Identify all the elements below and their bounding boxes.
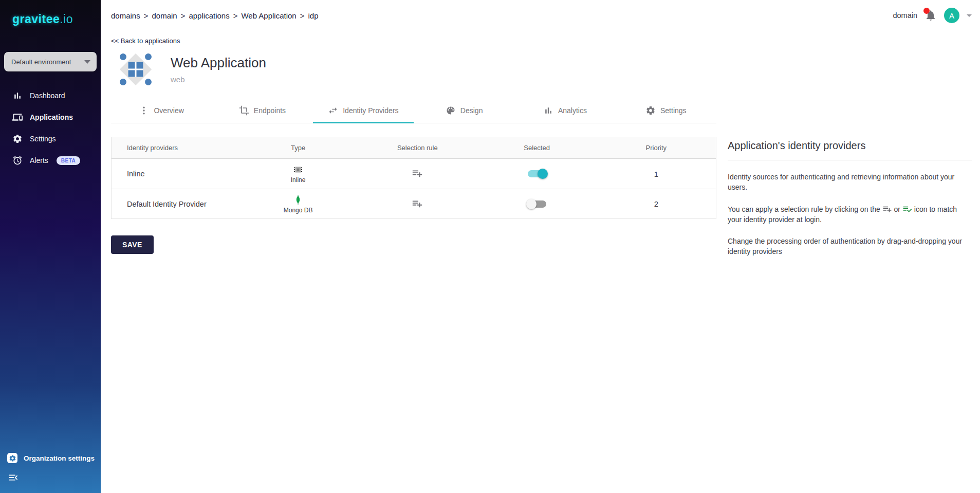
app-titles: Web Application web bbox=[171, 55, 266, 84]
playlist-add-icon bbox=[412, 168, 423, 179]
tab-analytics[interactable]: Analytics bbox=[514, 98, 615, 123]
breadcrumb-separator: > bbox=[181, 11, 186, 20]
column-header-type: Type bbox=[238, 144, 358, 152]
breadcrumb-separator: > bbox=[300, 11, 305, 20]
idp-name: Inline bbox=[112, 170, 238, 178]
sidebar-nav: Dashboard Applications Settings Alerts B… bbox=[0, 85, 101, 171]
help-panel: Application's identity providers Identit… bbox=[728, 137, 972, 268]
breadcrumb-item-web-application[interactable]: Web Application bbox=[241, 11, 296, 20]
breadcrumb-separator: > bbox=[233, 11, 238, 20]
crop-icon bbox=[239, 105, 249, 116]
gravitee-logo[interactable]: gravitee.io bbox=[12, 12, 101, 26]
tab-identity-providers[interactable]: Identity Providers bbox=[313, 98, 414, 123]
sidebar: gravitee.io Default environment Dashboar… bbox=[0, 0, 101, 493]
avatar[interactable]: A bbox=[944, 8, 959, 23]
priority-value: 2 bbox=[597, 199, 716, 208]
breadcrumb: domains > domain > applications > Web Ap… bbox=[111, 11, 319, 20]
breadcrumb-separator: > bbox=[144, 11, 149, 20]
tab-design[interactable]: Design bbox=[414, 98, 514, 123]
page-title: Web Application bbox=[171, 55, 266, 71]
more-vert-icon bbox=[139, 105, 149, 116]
notifications-button[interactable] bbox=[924, 9, 937, 22]
mongodb-leaf-icon bbox=[292, 194, 304, 206]
logo-tld-text: .io bbox=[60, 12, 73, 26]
tab-label: Endpoints bbox=[254, 106, 286, 115]
sidebar-item-organization-settings[interactable]: Organization settings bbox=[0, 448, 101, 468]
priority-value: 1 bbox=[597, 170, 716, 178]
topbar: domains > domain > applications > Web Ap… bbox=[111, 7, 972, 24]
tab-label: Analytics bbox=[558, 106, 587, 115]
bar-chart-icon bbox=[12, 90, 23, 101]
idp-type-label: Mongo DB bbox=[284, 207, 313, 214]
idp-type: Inline bbox=[238, 164, 358, 184]
sidebar-item-applications[interactable]: Applications bbox=[0, 106, 101, 128]
tab-label: Identity Providers bbox=[343, 106, 398, 115]
divider bbox=[728, 160, 972, 160]
swap-arrows-icon bbox=[328, 105, 338, 116]
tab-settings[interactable]: Settings bbox=[616, 98, 716, 123]
alarm-clock-icon bbox=[12, 155, 23, 166]
selection-rule-add-button[interactable] bbox=[411, 168, 423, 180]
memory-chip-icon bbox=[292, 164, 304, 175]
devices-icon bbox=[12, 112, 23, 122]
sidebar-item-label: Applications bbox=[30, 113, 73, 121]
sidebar-item-settings[interactable]: Settings bbox=[0, 128, 101, 150]
selected-toggle[interactable] bbox=[528, 200, 546, 208]
web-application-icon bbox=[118, 52, 153, 87]
menu-collapse-icon bbox=[8, 472, 19, 483]
table-row[interactable]: Inline Inline 1 bbox=[112, 159, 716, 189]
topbar-right: domain A bbox=[893, 8, 972, 23]
tab-label: Settings bbox=[660, 106, 687, 115]
environment-selector-value: Default environment bbox=[11, 58, 71, 66]
notification-dot bbox=[923, 8, 930, 14]
table-header-row: Identity providers Type Selection rule S… bbox=[112, 137, 716, 159]
breadcrumb-item-domains[interactable]: domains bbox=[111, 11, 140, 20]
sidebar-item-dashboard[interactable]: Dashboard bbox=[0, 85, 101, 106]
selection-rule-add-button[interactable] bbox=[411, 198, 423, 210]
table-row[interactable]: Default Identity Provider Mongo DB 2 bbox=[112, 189, 716, 218]
idp-type-label: Inline bbox=[291, 176, 306, 184]
idp-type: Mongo DB bbox=[238, 194, 358, 214]
sidebar-item-label: Settings bbox=[30, 135, 56, 143]
back-to-applications-link[interactable]: << Back to applications bbox=[111, 37, 180, 45]
tab-endpoints[interactable]: Endpoints bbox=[212, 98, 312, 123]
tab-label: Overview bbox=[154, 106, 183, 115]
breadcrumb-item-applications[interactable]: applications bbox=[189, 11, 229, 20]
idp-name: Default Identity Provider bbox=[112, 200, 238, 208]
breadcrumb-item-idp[interactable]: idp bbox=[308, 11, 318, 20]
beta-badge: BETA bbox=[57, 156, 80, 165]
playlist-add-icon bbox=[412, 198, 423, 209]
help-paragraph-3: Change the processing order of authentic… bbox=[728, 236, 972, 257]
bar-chart-icon bbox=[543, 105, 553, 116]
selected-toggle[interactable] bbox=[528, 170, 546, 177]
column-header-selection-rule: Selection rule bbox=[358, 144, 477, 152]
org-settings-label: Organization settings bbox=[24, 454, 95, 462]
tab-overview[interactable]: Overview bbox=[111, 98, 212, 123]
gear-icon bbox=[12, 134, 23, 144]
chevron-down-icon bbox=[84, 60, 90, 64]
palette-icon bbox=[446, 105, 456, 116]
help-paragraph-2: You can apply a selection rule by clicki… bbox=[728, 204, 972, 225]
page-subtitle: web bbox=[171, 75, 266, 84]
main-content: domains > domain > applications > Web Ap… bbox=[101, 0, 980, 493]
chevron-down-icon[interactable] bbox=[967, 14, 972, 17]
save-button[interactable]: SAVE bbox=[111, 235, 154, 254]
column-header-priority: Priority bbox=[597, 144, 716, 152]
collapse-sidebar-button[interactable] bbox=[6, 471, 21, 485]
logo-brand-text: gravitee bbox=[12, 12, 60, 26]
playlist-add-icon bbox=[882, 204, 892, 214]
current-domain-label: domain bbox=[893, 11, 917, 20]
identity-providers-table: Identity providers Type Selection rule S… bbox=[111, 137, 716, 219]
sidebar-item-label: Dashboard bbox=[30, 92, 65, 100]
breadcrumb-item-domain[interactable]: domain bbox=[152, 11, 177, 20]
app-header: Web Application web bbox=[118, 52, 972, 87]
column-header-identity-providers: Identity providers bbox=[112, 144, 238, 152]
playlist-check-icon bbox=[902, 204, 912, 214]
tab-label: Design bbox=[460, 106, 483, 115]
tab-bar: Overview Endpoints Identity Providers De… bbox=[111, 98, 716, 123]
help-text: or bbox=[894, 205, 900, 213]
org-settings-gear-icon bbox=[7, 453, 17, 463]
gear-icon bbox=[645, 105, 656, 116]
sidebar-item-alerts[interactable]: Alerts BETA bbox=[0, 150, 101, 171]
environment-selector[interactable]: Default environment bbox=[4, 52, 97, 71]
